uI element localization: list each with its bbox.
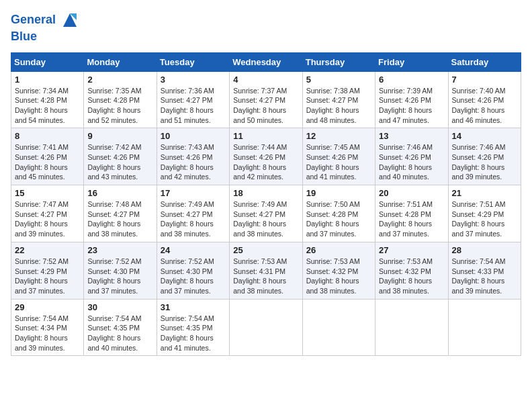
calendar-cell: 5 Sunrise: 7:38 AM Sunset: 4:27 PM Dayli…: [302, 71, 375, 128]
sunrise-label: Sunrise: 7:54 AM: [452, 257, 506, 265]
day-info: Sunrise: 7:41 AM Sunset: 4:26 PM Dayligh…: [15, 142, 80, 182]
sunset-label: Sunset: 4:32 PM: [306, 267, 359, 275]
day-number: 20: [379, 188, 444, 198]
day-info: Sunrise: 7:47 AM Sunset: 4:27 PM Dayligh…: [15, 199, 80, 239]
day-number: 14: [452, 131, 517, 141]
calendar-cell: [375, 299, 448, 356]
sunrise-label: Sunrise: 7:35 AM: [87, 87, 141, 95]
logo: General Blue: [11, 11, 79, 44]
day-number: 15: [15, 188, 80, 198]
day-info: Sunrise: 7:54 AM Sunset: 4:35 PM Dayligh…: [87, 314, 152, 353]
day-number: 23: [87, 245, 152, 255]
day-number: 27: [379, 245, 444, 255]
sunrise-label: Sunrise: 7:34 AM: [15, 87, 69, 95]
sunrise-label: Sunrise: 7:49 AM: [161, 200, 214, 208]
sunset-label: Sunset: 4:26 PM: [15, 153, 67, 161]
day-number: 22: [15, 245, 80, 255]
calendar-cell: 8 Sunrise: 7:41 AM Sunset: 4:26 PM Dayli…: [11, 128, 84, 185]
day-number: 1: [15, 75, 80, 85]
day-info: Sunrise: 7:40 AM Sunset: 4:26 PM Dayligh…: [452, 86, 517, 126]
day-info: Sunrise: 7:53 AM Sunset: 4:32 PM Dayligh…: [379, 257, 444, 296]
sunset-label: Sunset: 4:28 PM: [306, 210, 359, 218]
day-info: Sunrise: 7:49 AM Sunset: 4:27 PM Dayligh…: [233, 199, 298, 239]
calendar-cell: 12 Sunrise: 7:45 AM Sunset: 4:26 PM Dayl…: [302, 128, 375, 185]
sunset-label: Sunset: 4:30 PM: [87, 267, 140, 275]
sunrise-label: Sunrise: 7:53 AM: [233, 257, 287, 265]
sunset-label: Sunset: 4:35 PM: [87, 324, 140, 332]
week-row-1: 1 Sunrise: 7:34 AM Sunset: 4:28 PM Dayli…: [11, 71, 521, 128]
day-number: 21: [452, 188, 517, 198]
sunset-label: Sunset: 4:27 PM: [161, 96, 213, 104]
day-info: Sunrise: 7:46 AM Sunset: 4:26 PM Dayligh…: [452, 142, 517, 182]
day-info: Sunrise: 7:45 AM Sunset: 4:26 PM Dayligh…: [306, 142, 371, 182]
col-header-saturday: Saturday: [448, 52, 521, 71]
calendar-cell: 24 Sunrise: 7:52 AM Sunset: 4:30 PM Dayl…: [157, 242, 229, 299]
calendar-body: 1 Sunrise: 7:34 AM Sunset: 4:28 PM Dayli…: [11, 71, 521, 356]
calendar-cell: 3 Sunrise: 7:36 AM Sunset: 4:27 PM Dayli…: [157, 71, 229, 128]
day-number: 10: [161, 131, 226, 141]
calendar-cell: 30 Sunrise: 7:54 AM Sunset: 4:35 PM Dayl…: [84, 299, 157, 356]
sunrise-label: Sunrise: 7:53 AM: [306, 257, 360, 265]
daylight-label: Daylight: 8 hours and 46 minutes.: [452, 106, 505, 124]
sunset-label: Sunset: 4:28 PM: [87, 96, 140, 104]
day-number: 19: [306, 188, 371, 198]
day-info: Sunrise: 7:39 AM Sunset: 4:26 PM Dayligh…: [379, 86, 444, 126]
calendar-header-row: SundayMondayTuesdayWednesdayThursdayFrid…: [11, 52, 521, 71]
day-number: 13: [379, 131, 444, 141]
daylight-label: Daylight: 8 hours and 48 minutes.: [306, 106, 359, 124]
sunset-label: Sunset: 4:27 PM: [15, 210, 67, 218]
day-info: Sunrise: 7:53 AM Sunset: 4:31 PM Dayligh…: [233, 257, 298, 296]
day-info: Sunrise: 7:49 AM Sunset: 4:27 PM Dayligh…: [161, 199, 226, 239]
calendar-cell: 31 Sunrise: 7:54 AM Sunset: 4:35 PM Dayl…: [157, 299, 229, 356]
daylight-label: Daylight: 8 hours and 37 minutes.: [452, 220, 505, 238]
calendar-cell: 20 Sunrise: 7:51 AM Sunset: 4:28 PM Dayl…: [375, 185, 448, 242]
sunset-label: Sunset: 4:35 PM: [161, 324, 213, 332]
calendar-cell: 9 Sunrise: 7:42 AM Sunset: 4:26 PM Dayli…: [84, 128, 157, 185]
daylight-label: Daylight: 8 hours and 38 minutes.: [233, 220, 286, 238]
sunset-label: Sunset: 4:27 PM: [306, 96, 359, 104]
daylight-label: Daylight: 8 hours and 40 minutes.: [379, 163, 432, 181]
day-number: 9: [87, 131, 152, 141]
sunrise-label: Sunrise: 7:51 AM: [379, 200, 433, 208]
daylight-label: Daylight: 8 hours and 38 minutes.: [379, 277, 432, 295]
day-number: 29: [15, 302, 80, 312]
sunset-label: Sunset: 4:34 PM: [15, 324, 67, 332]
calendar-cell: 11 Sunrise: 7:44 AM Sunset: 4:26 PM Dayl…: [230, 128, 302, 185]
daylight-label: Daylight: 8 hours and 45 minutes.: [15, 163, 68, 181]
sunrise-label: Sunrise: 7:46 AM: [379, 143, 433, 151]
calendar-cell: 29 Sunrise: 7:54 AM Sunset: 4:34 PM Dayl…: [11, 299, 84, 356]
day-number: 31: [161, 302, 226, 312]
daylight-label: Daylight: 8 hours and 43 minutes.: [87, 163, 140, 181]
daylight-label: Daylight: 8 hours and 37 minutes.: [15, 277, 68, 295]
daylight-label: Daylight: 8 hours and 37 minutes.: [87, 277, 140, 295]
daylight-label: Daylight: 8 hours and 38 minutes.: [233, 277, 286, 295]
sunset-label: Sunset: 4:27 PM: [87, 210, 140, 218]
day-number: 16: [87, 188, 152, 198]
day-number: 11: [233, 131, 298, 141]
sunrise-label: Sunrise: 7:54 AM: [161, 314, 214, 322]
calendar-cell: 22 Sunrise: 7:52 AM Sunset: 4:29 PM Dayl…: [11, 242, 84, 299]
sunrise-label: Sunrise: 7:50 AM: [306, 200, 360, 208]
day-info: Sunrise: 7:34 AM Sunset: 4:28 PM Dayligh…: [15, 86, 80, 126]
sunset-label: Sunset: 4:29 PM: [452, 210, 504, 218]
day-info: Sunrise: 7:36 AM Sunset: 4:27 PM Dayligh…: [161, 86, 226, 126]
daylight-label: Daylight: 8 hours and 39 minutes.: [15, 220, 68, 238]
week-row-4: 22 Sunrise: 7:52 AM Sunset: 4:29 PM Dayl…: [11, 242, 521, 299]
sunset-label: Sunset: 4:27 PM: [161, 210, 213, 218]
daylight-label: Daylight: 8 hours and 38 minutes.: [87, 220, 140, 238]
day-info: Sunrise: 7:54 AM Sunset: 4:34 PM Dayligh…: [15, 314, 80, 353]
daylight-label: Daylight: 8 hours and 41 minutes.: [306, 163, 359, 181]
day-info: Sunrise: 7:52 AM Sunset: 4:30 PM Dayligh…: [161, 257, 226, 296]
day-info: Sunrise: 7:54 AM Sunset: 4:35 PM Dayligh…: [161, 314, 226, 353]
sunrise-label: Sunrise: 7:52 AM: [15, 257, 69, 265]
calendar-cell: 16 Sunrise: 7:48 AM Sunset: 4:27 PM Dayl…: [84, 185, 157, 242]
logo-blue: Blue: [11, 30, 79, 44]
calendar-cell: 28 Sunrise: 7:54 AM Sunset: 4:33 PM Dayl…: [448, 242, 521, 299]
calendar-cell: 19 Sunrise: 7:50 AM Sunset: 4:28 PM Dayl…: [302, 185, 375, 242]
col-header-tuesday: Tuesday: [157, 52, 229, 71]
calendar-cell: 13 Sunrise: 7:46 AM Sunset: 4:26 PM Dayl…: [375, 128, 448, 185]
daylight-label: Daylight: 8 hours and 47 minutes.: [379, 106, 432, 124]
calendar-cell: 25 Sunrise: 7:53 AM Sunset: 4:31 PM Dayl…: [230, 242, 302, 299]
daylight-label: Daylight: 8 hours and 40 minutes.: [87, 334, 140, 352]
sunrise-label: Sunrise: 7:51 AM: [452, 200, 506, 208]
